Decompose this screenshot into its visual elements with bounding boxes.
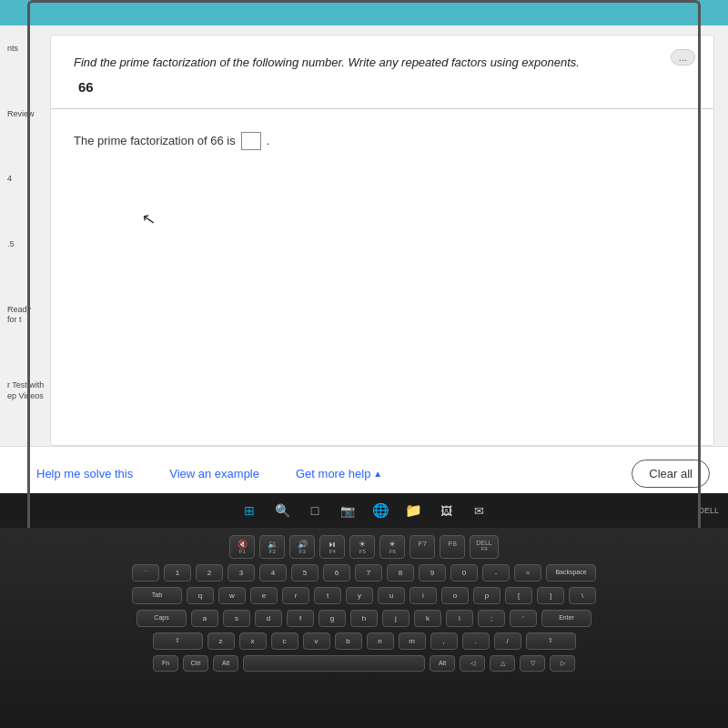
question-text: Find the prime factorization of the foll…	[74, 54, 691, 72]
key-f7[interactable]: F7	[410, 535, 435, 559]
answer-input[interactable]	[241, 132, 261, 150]
mail-icon[interactable]: ✉	[467, 499, 490, 522]
key-t[interactable]: t	[314, 587, 341, 604]
key-z[interactable]: z	[207, 632, 235, 650]
three-dots-menu[interactable]: ...	[671, 49, 695, 66]
key-arrow-up[interactable]: △	[490, 655, 515, 672]
top-bar	[0, 0, 728, 25]
bottom-row: Fn Ctrl Alt Alt ◁ △ ▽ ▷	[18, 655, 710, 672]
key-v[interactable]: v	[303, 632, 330, 650]
key-l[interactable]: l	[446, 610, 473, 627]
key-space[interactable]	[243, 655, 425, 672]
key-k[interactable]: k	[414, 610, 441, 627]
key-s[interactable]: s	[223, 610, 250, 627]
key-1[interactable]: 1	[164, 564, 191, 581]
key-f9[interactable]: DELL F9	[470, 535, 499, 559]
key-p[interactable]: p	[473, 587, 500, 604]
key-backtick[interactable]: `	[132, 564, 159, 581]
key-8[interactable]: 8	[387, 564, 414, 581]
key-enter[interactable]: Enter	[541, 610, 592, 627]
key-n[interactable]: n	[367, 632, 394, 650]
key-r[interactable]: r	[282, 587, 309, 604]
key-backspace[interactable]: Backspace	[546, 564, 596, 581]
taskbar: ⊞ 🔍 □ 📷 🌐 📁 🖼 ✉ DELL	[0, 493, 728, 528]
key-y[interactable]: y	[346, 587, 373, 604]
key-bright-up[interactable]: ☀ F6	[379, 535, 405, 559]
zxcv-row: ⇧ z x c v b n m , . / ⇧	[18, 632, 710, 650]
key-w[interactable]: w	[218, 587, 246, 604]
answer-section: The prime factorization of 66 is .	[51, 109, 713, 164]
key-a[interactable]: a	[191, 610, 218, 627]
key-arrow-down[interactable]: ▽	[520, 655, 545, 672]
key-i[interactable]: i	[410, 587, 437, 604]
key-arrow-right[interactable]: ▷	[550, 655, 575, 672]
key-mute[interactable]: 🔇 F1	[229, 535, 255, 559]
key-d[interactable]: d	[255, 610, 282, 627]
key-caps[interactable]: Caps	[136, 610, 187, 627]
key-m[interactable]: m	[399, 632, 426, 650]
key-e[interactable]: e	[250, 587, 278, 604]
windows-start-icon[interactable]: ⊞	[238, 499, 261, 522]
asdf-row: Caps a s d f g h j k l ; ' Enter	[18, 610, 710, 627]
key-slash[interactable]: /	[494, 632, 521, 650]
photos-icon[interactable]: 🖼	[434, 499, 458, 522]
key-alt-right[interactable]: Alt	[430, 655, 455, 672]
key-3[interactable]: 3	[228, 564, 255, 581]
key-h[interactable]: h	[350, 610, 378, 627]
bottom-toolbar: Help me solve this View an example Get m…	[0, 446, 728, 500]
sidebar: nts Review 4 .5 Ready for t r Test with …	[0, 25, 50, 446]
key-ctrl-left[interactable]: Ctrl	[183, 655, 208, 672]
screen-area: nts Review 4 .5 Ready for t r Test with …	[0, 0, 728, 528]
key-0[interactable]: 0	[450, 564, 478, 581]
key-comma[interactable]: ,	[430, 632, 458, 650]
help-me-solve-button[interactable]: Help me solve this	[18, 460, 151, 488]
key-g[interactable]: g	[318, 610, 346, 627]
chevron-up-icon: ▲	[373, 469, 382, 479]
key-c[interactable]: c	[271, 632, 298, 650]
key-2[interactable]: 2	[196, 564, 223, 581]
key-vol-up[interactable]: 🔊 F3	[289, 535, 315, 559]
key-vol-down[interactable]: 🔉 F2	[259, 535, 285, 559]
key-tab[interactable]: Tab	[132, 587, 182, 604]
key-f[interactable]: f	[287, 610, 314, 627]
folder-icon[interactable]: 📁	[401, 499, 425, 522]
key-7[interactable]: 7	[355, 564, 382, 581]
work-area: ↖	[51, 164, 713, 346]
key-4[interactable]: 4	[259, 564, 287, 581]
content-panel: ... Find the prime factorization of the …	[50, 35, 714, 446]
key-quote[interactable]: '	[510, 610, 537, 627]
key-shift-right[interactable]: ⇧	[526, 632, 576, 650]
key-x[interactable]: x	[239, 632, 267, 650]
edge-icon[interactable]: 🌐	[369, 499, 392, 522]
key-q[interactable]: q	[187, 587, 214, 604]
key-bright-down[interactable]: ☀ F5	[349, 535, 375, 559]
key-lbracket[interactable]: [	[505, 587, 532, 604]
key-shift-left[interactable]: ⇧	[153, 632, 203, 650]
key-b[interactable]: b	[335, 632, 362, 650]
key-period[interactable]: .	[462, 632, 490, 650]
key-rbracket[interactable]: ]	[537, 587, 564, 604]
view-example-button[interactable]: View an example	[151, 460, 278, 488]
clear-all-button[interactable]: Clear all	[632, 460, 710, 488]
key-u[interactable]: u	[378, 587, 405, 604]
key-arrow-left[interactable]: ◁	[460, 655, 485, 672]
question-section: Find the prime factorization of the foll…	[51, 35, 713, 109]
key-backslash[interactable]: \	[569, 587, 596, 604]
key-alt-left[interactable]: Alt	[213, 655, 238, 672]
get-more-help-button[interactable]: Get more help ▲	[278, 460, 400, 488]
key-play[interactable]: ⏯ F4	[319, 535, 345, 559]
key-minus[interactable]: -	[482, 564, 510, 581]
search-taskbar-icon[interactable]: 🔍	[270, 499, 294, 522]
key-5[interactable]: 5	[291, 564, 318, 581]
file-explorer-icon[interactable]: □	[303, 499, 327, 522]
key-f8[interactable]: F8	[440, 535, 465, 559]
key-o[interactable]: o	[441, 587, 469, 604]
key-semicolon[interactable]: ;	[478, 610, 505, 627]
key-9[interactable]: 9	[419, 564, 446, 581]
key-j[interactable]: j	[382, 610, 410, 627]
camera-icon[interactable]: 📷	[336, 499, 359, 522]
key-6[interactable]: 6	[323, 564, 350, 581]
key-equals[interactable]: =	[514, 564, 541, 581]
number-display: 66	[78, 79, 691, 95]
key-fn[interactable]: Fn	[153, 655, 178, 672]
